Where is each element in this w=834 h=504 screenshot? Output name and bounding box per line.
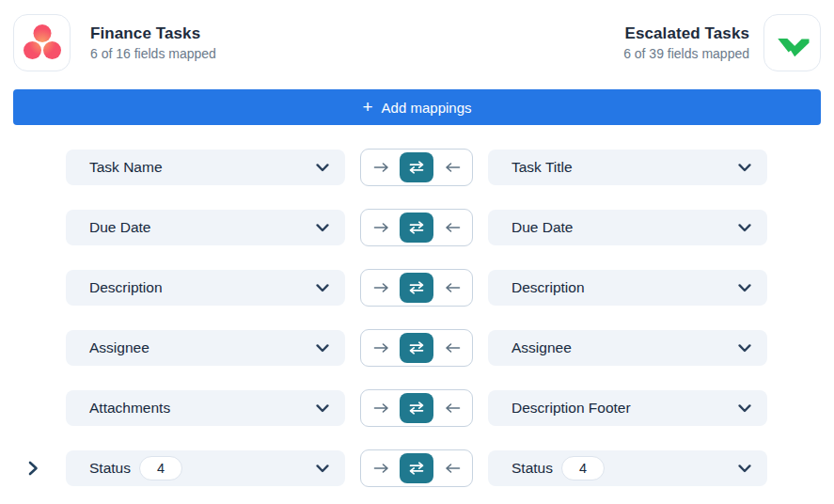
mapping-row: Task Name (0, 150, 834, 185)
sync-direction-control (360, 209, 473, 246)
source-field-select[interactable]: Description (66, 270, 345, 306)
chevron-down-icon (738, 404, 751, 413)
arrow-left-icon (445, 402, 461, 414)
mapping-row: Assignee (0, 330, 834, 366)
source-field-select[interactable]: Due Date (66, 210, 345, 245)
two-way-sync-button[interactable] (400, 393, 433, 423)
target-field-select[interactable]: Description (488, 270, 767, 306)
chevron-down-icon (738, 344, 751, 353)
one-way-right-button[interactable] (363, 393, 399, 423)
row-gutter (0, 457, 66, 480)
chevron-down-icon (738, 224, 751, 232)
arrow-left-icon (445, 463, 461, 474)
two-way-sync-button[interactable] (400, 213, 433, 243)
source-field-label: Due Date (89, 219, 150, 236)
chevron-down-icon (316, 465, 329, 473)
mapping-row: Description (0, 270, 834, 306)
arrow-right-icon (373, 402, 389, 414)
arrow-left-icon (445, 282, 461, 293)
row-gutter (0, 276, 66, 299)
chevron-down-icon (316, 344, 329, 353)
target-field-label: Assignee (511, 339, 572, 356)
target-field-select[interactable]: Due Date (488, 210, 767, 245)
two-way-arrows-icon (408, 161, 425, 174)
arrow-right-icon (373, 222, 389, 233)
source-field-label: Assignee (89, 339, 149, 356)
header: Finance Tasks 6 of 16 fields mapped Esca… (0, 0, 834, 71)
one-way-left-button[interactable] (434, 453, 470, 483)
mapping-row: Due Date (0, 210, 834, 245)
source-field-label: Description (89, 279, 163, 296)
sync-direction-control (360, 389, 473, 427)
arrow-right-icon (373, 282, 389, 293)
one-way-right-button[interactable] (363, 273, 399, 303)
chevron-right-icon (28, 461, 39, 476)
one-way-right-button[interactable] (363, 152, 399, 182)
asana-logo (13, 14, 71, 71)
two-way-arrows-icon (408, 402, 425, 415)
one-way-right-button[interactable] (363, 333, 399, 363)
target-field-select[interactable]: Status 4 (488, 450, 767, 486)
chevron-down-icon (738, 465, 751, 473)
two-way-arrows-icon (408, 462, 425, 475)
target-connector: Escalated Tasks 6 of 39 fields mapped (623, 14, 821, 71)
mapping-row: Status 4 (0, 450, 834, 486)
arrow-right-icon (373, 342, 389, 354)
source-field-label: Attachments (89, 400, 170, 417)
sync-direction-control (360, 149, 473, 186)
two-way-sync-button[interactable] (400, 152, 433, 182)
row-gutter (0, 337, 66, 359)
target-field-label: Description (511, 279, 585, 296)
source-field-count-badge: 4 (139, 456, 182, 480)
mapping-row: Attachments (0, 390, 834, 426)
add-mappings-button[interactable]: + Add mappings (13, 89, 821, 125)
one-way-left-button[interactable] (434, 273, 470, 303)
source-field-select[interactable]: Assignee (66, 330, 345, 366)
source-field-label: Task Name (89, 159, 163, 176)
chevron-down-icon (738, 284, 751, 292)
plus-icon: + (362, 98, 372, 116)
target-title: Escalated Tasks (623, 24, 749, 43)
two-way-sync-button[interactable] (400, 333, 433, 363)
one-way-left-button[interactable] (434, 333, 470, 363)
add-mappings-label: Add mappings (382, 100, 472, 116)
source-field-select[interactable]: Status 4 (66, 450, 345, 486)
one-way-left-button[interactable] (434, 213, 470, 243)
target-field-label: Due Date (511, 219, 573, 236)
arrow-left-icon (445, 162, 461, 173)
source-field-label: Status (89, 460, 131, 477)
arrow-left-icon (445, 222, 461, 233)
two-way-sync-button[interactable] (400, 273, 433, 303)
row-gutter (0, 156, 66, 179)
target-field-select[interactable]: Description Footer (488, 390, 767, 426)
row-gutter (0, 397, 66, 419)
target-field-label: Description Footer (511, 400, 631, 417)
source-field-select[interactable]: Task Name (66, 150, 345, 185)
two-way-arrows-icon (408, 221, 425, 234)
source-connector: Finance Tasks 6 of 16 fields mapped (13, 14, 216, 71)
target-mapped-count: 6 of 39 fields mapped (623, 46, 749, 61)
two-way-arrows-icon (408, 281, 425, 294)
chevron-down-icon (316, 284, 329, 292)
chevron-down-icon (316, 164, 329, 172)
expand-row-button[interactable] (24, 457, 42, 480)
target-field-label: Task Title (511, 159, 573, 176)
target-field-select[interactable]: Task Title (488, 150, 767, 185)
arrow-right-icon (373, 463, 389, 474)
one-way-right-button[interactable] (363, 213, 399, 243)
one-way-right-button[interactable] (363, 453, 399, 483)
chevron-down-icon (316, 404, 329, 413)
arrow-left-icon (445, 342, 461, 354)
one-way-left-button[interactable] (434, 152, 470, 182)
one-way-left-button[interactable] (434, 393, 470, 423)
field-mappings-list: Task Name (0, 150, 834, 486)
source-mapped-count: 6 of 16 fields mapped (90, 46, 216, 61)
sync-direction-control (360, 329, 473, 367)
source-connector-text: Finance Tasks 6 of 16 fields mapped (90, 24, 216, 61)
target-field-select[interactable]: Assignee (488, 330, 767, 366)
target-field-label: Status (511, 460, 553, 477)
row-gutter (0, 216, 66, 239)
source-field-select[interactable]: Attachments (66, 390, 345, 426)
two-way-sync-button[interactable] (400, 453, 433, 483)
chevron-down-icon (316, 224, 329, 232)
